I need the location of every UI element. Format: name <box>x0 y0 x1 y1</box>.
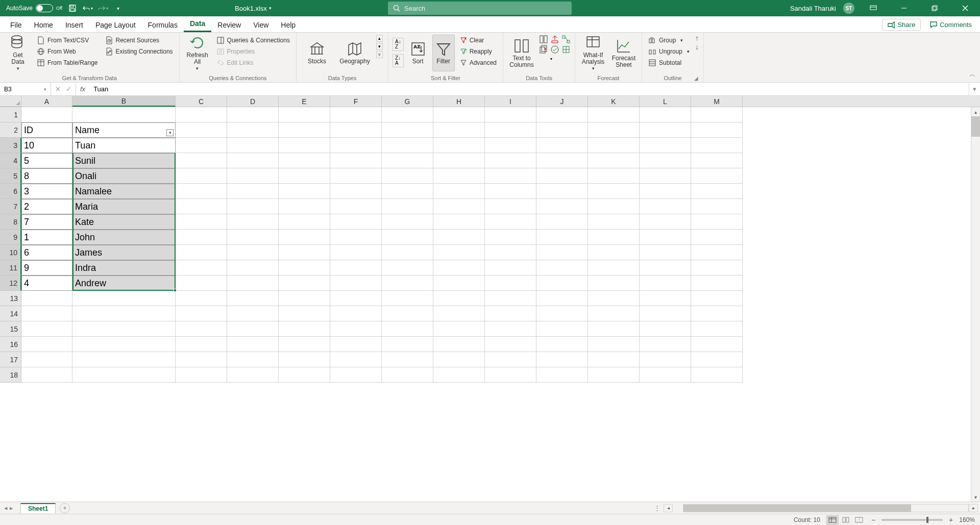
cell-D8[interactable] <box>227 214 279 230</box>
cell-J14[interactable] <box>536 306 588 321</box>
data-type-gallery-icon[interactable]: ▿ <box>376 51 383 58</box>
cell-K17[interactable] <box>588 352 640 367</box>
cell-D6[interactable] <box>227 184 279 199</box>
cell-K18[interactable] <box>588 367 640 383</box>
recent-sources-button[interactable]: Recent Sources <box>103 35 175 46</box>
cell-K8[interactable] <box>588 214 640 230</box>
zoom-in-button[interactable]: + <box>949 516 953 524</box>
cell-D10[interactable] <box>227 245 279 260</box>
consolidate-icon[interactable] <box>550 35 559 44</box>
cell-K1[interactable] <box>588 107 640 122</box>
cell-E2[interactable] <box>279 122 330 138</box>
cell-D9[interactable] <box>227 230 279 245</box>
cell-D18[interactable] <box>227 367 279 383</box>
cell-D13[interactable] <box>227 291 279 306</box>
qat-customize-icon[interactable]: ▾ <box>113 3 124 13</box>
cell-J2[interactable] <box>536 122 588 138</box>
row-header-12[interactable]: 12 <box>0 276 21 291</box>
cell-H9[interactable] <box>433 230 485 245</box>
maximize-icon[interactable] <box>923 0 946 16</box>
cell-F3[interactable] <box>330 138 382 153</box>
cell-L1[interactable] <box>640 107 691 122</box>
cell-E14[interactable] <box>279 306 330 321</box>
share-button[interactable]: Share <box>882 19 921 31</box>
data-validation-icon[interactable]: ▾ <box>550 45 559 62</box>
cell-C15[interactable] <box>176 321 227 337</box>
cell-G4[interactable] <box>382 153 433 168</box>
cell-J18[interactable] <box>536 367 588 383</box>
cell-C11[interactable] <box>176 260 227 276</box>
user-name[interactable]: Sandali Tharuki <box>790 5 836 12</box>
undo-icon[interactable]: ▾ <box>83 3 93 13</box>
cell-J1[interactable] <box>536 107 588 122</box>
cell-J8[interactable] <box>536 214 588 230</box>
cell-M10[interactable] <box>691 245 743 260</box>
sort-button[interactable]: A Z Sort <box>407 35 429 71</box>
cell-A9[interactable]: 1 <box>21 230 72 245</box>
cell-H13[interactable] <box>433 291 485 306</box>
row-header-5[interactable]: 5 <box>0 168 21 184</box>
cell-C12[interactable] <box>176 276 227 291</box>
column-header-F[interactable]: F <box>330 96 382 107</box>
group-button[interactable]: Group▾ <box>646 35 692 46</box>
cell-H2[interactable] <box>433 122 485 138</box>
cell-D3[interactable] <box>227 138 279 153</box>
cell-H6[interactable] <box>433 184 485 199</box>
cell-J11[interactable] <box>536 260 588 276</box>
cell-M13[interactable] <box>691 291 743 306</box>
cell-H1[interactable] <box>433 107 485 122</box>
expand-formula-bar-icon[interactable]: ▾ <box>969 83 980 95</box>
cell-F6[interactable] <box>330 184 382 199</box>
cell-K7[interactable] <box>588 199 640 214</box>
cell-G10[interactable] <box>382 245 433 260</box>
cell-C10[interactable] <box>176 245 227 260</box>
cell-L14[interactable] <box>640 306 691 321</box>
cell-A12[interactable]: 4 <box>21 276 72 291</box>
select-all-corner[interactable] <box>0 96 21 107</box>
cell-J9[interactable] <box>536 230 588 245</box>
cell-B1[interactable] <box>72 107 176 122</box>
show-detail-icon[interactable]: ⤒ <box>695 36 699 42</box>
column-header-A[interactable]: A <box>21 96 72 107</box>
cell-M11[interactable] <box>691 260 743 276</box>
zoom-level[interactable]: 160% <box>959 516 975 523</box>
cell-E9[interactable] <box>279 230 330 245</box>
cell-E10[interactable] <box>279 245 330 260</box>
cell-D14[interactable] <box>227 306 279 321</box>
cell-L5[interactable] <box>640 168 691 184</box>
hscroll-left-icon[interactable]: ◂ <box>664 504 673 512</box>
forecast-sheet-button[interactable]: Forecast Sheet <box>610 35 638 71</box>
cell-G11[interactable] <box>382 260 433 276</box>
minimize-icon[interactable] <box>892 0 916 16</box>
text-to-columns-button[interactable]: Text to Columns <box>507 35 536 71</box>
what-if-button[interactable]: What-If Analysis▾ <box>579 35 607 71</box>
cell-C9[interactable] <box>176 230 227 245</box>
cell-D17[interactable] <box>227 352 279 367</box>
cell-L4[interactable] <box>640 153 691 168</box>
cell-F17[interactable] <box>330 352 382 367</box>
from-table-range-button[interactable]: From Table/Range <box>35 57 100 68</box>
cell-J16[interactable] <box>536 337 588 352</box>
cell-B18[interactable] <box>72 367 176 383</box>
cell-G18[interactable] <box>382 367 433 383</box>
row-header-3[interactable]: 3 <box>0 138 21 153</box>
ribbon-display-icon[interactable] <box>862 0 885 16</box>
column-header-C[interactable]: C <box>176 96 227 107</box>
cell-M17[interactable] <box>691 352 743 367</box>
cell-L17[interactable] <box>640 352 691 367</box>
cell-B14[interactable] <box>72 306 176 321</box>
cell-B13[interactable] <box>72 291 176 306</box>
tab-split-icon[interactable]: ⋮ <box>654 504 660 512</box>
cell-L15[interactable] <box>640 321 691 337</box>
cell-J4[interactable] <box>536 153 588 168</box>
scroll-up-icon[interactable]: ▴ <box>971 107 980 116</box>
cell-F14[interactable] <box>330 306 382 321</box>
cell-C14[interactable] <box>176 306 227 321</box>
cell-M14[interactable] <box>691 306 743 321</box>
cell-L2[interactable] <box>640 122 691 138</box>
row-header-6[interactable]: 6 <box>0 184 21 199</box>
cell-M2[interactable] <box>691 122 743 138</box>
cell-G1[interactable] <box>382 107 433 122</box>
cell-E6[interactable] <box>279 184 330 199</box>
formula-input[interactable]: Tuan <box>89 83 969 95</box>
